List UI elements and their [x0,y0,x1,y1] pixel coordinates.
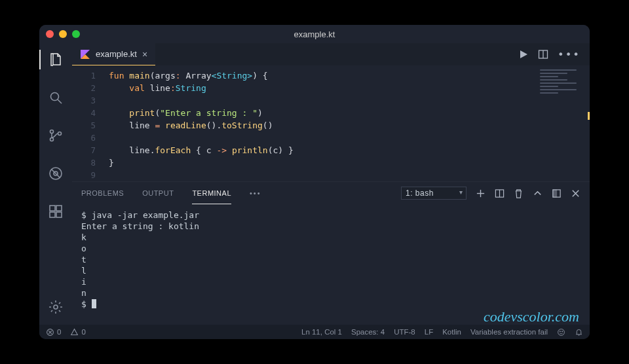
window-body: example.kt × ••• 1 2 3 4 5 6 7 [39,43,590,325]
tab-example-kt[interactable]: example.kt × [72,43,155,65]
code-token: fun [109,71,124,81]
line-number: 6 [72,132,96,144]
svg-marker-28 [71,329,78,335]
status-eol[interactable]: LF [425,328,433,336]
tab-problems[interactable]: PROBLEMS [81,182,124,204]
code-token: line [150,83,170,93]
terminal-line: $ java -jar example.jar [81,209,581,221]
status-errors[interactable]: 0 [46,328,61,337]
code-area[interactable]: fun main(args: Array<String>) { val line… [102,65,590,181]
code-token: = [150,120,165,130]
line-number: 8 [72,156,96,169]
status-message[interactable]: Variables extraction fail [470,328,548,336]
terminal-line: n [81,287,581,299]
svg-rect-8 [56,206,62,211]
status-encoding[interactable]: UTF-8 [394,328,415,336]
code-token: forEach [155,145,191,155]
source-control-icon[interactable] [39,123,72,148]
new-terminal-icon[interactable] [476,189,486,198]
line-number: 9 [72,169,96,181]
line-number: 2 [72,82,96,94]
code-token: : [170,83,176,93]
minimize-window-icon[interactable] [59,30,67,38]
code-token: String [176,83,206,93]
status-errors-count: 0 [57,328,61,336]
editor-more-icon[interactable]: ••• [558,48,581,61]
status-warnings[interactable]: 0 [70,328,85,337]
code-token: val [129,83,144,93]
terminal-line: l [81,265,581,276]
terminal-line: k [81,232,581,243]
activity-bar [39,43,72,325]
code-token: readLine [165,120,206,130]
svg-point-30 [560,331,560,331]
terminal-prompt: $ [81,299,92,309]
line-number: 1 [72,69,96,82]
terminal-output[interactable]: $ java -jar example.jarEnter a string : … [72,204,590,325]
extensions-icon[interactable] [39,199,72,224]
svg-rect-10 [56,212,62,217]
window-title: example.kt [294,29,335,39]
terminal-selector[interactable]: 1: bash [401,187,467,200]
search-icon[interactable] [39,85,72,110]
code-token: () [263,120,273,130]
titlebar: example.kt [39,25,590,43]
tab-close-icon[interactable]: × [142,50,147,59]
code-token: "Enter a string : " [160,108,257,118]
window-controls [46,30,80,38]
code-token [191,145,196,155]
split-terminal-icon[interactable] [495,189,505,198]
panel-actions: 1: bash [401,187,581,200]
bell-icon[interactable] [575,328,583,337]
tab-terminal[interactable]: TERMINAL [192,182,231,204]
overview-ruler-marker [588,112,590,120]
window: example.kt [39,25,590,339]
editor[interactable]: 1 2 3 4 5 6 7 8 9 fun main(args: Array<S… [72,65,590,181]
split-editor-icon[interactable] [538,49,548,60]
zoom-window-icon[interactable] [72,30,80,38]
code-token: } [283,145,294,155]
panel-tabs: PROBLEMS OUTPUT TERMINAL ••• 1: bash [72,182,590,204]
line-number: 5 [72,119,96,132]
terminal-line: i [81,276,581,287]
status-cursor[interactable]: Ln 11, Col 1 [301,328,342,336]
status-language[interactable]: Kotlin [442,328,461,336]
maximize-panel-icon[interactable] [552,189,562,198]
explorer-icon[interactable] [39,47,72,72]
code-token: -> [216,145,227,155]
svg-point-4 [58,132,62,136]
code-token: ( [268,145,273,155]
settings-icon[interactable] [39,295,72,319]
code-token: args [155,71,175,81]
svg-point-2 [50,130,54,134]
panel-more-icon[interactable]: ••• [250,182,261,204]
svg-point-0 [51,93,59,101]
close-window-icon[interactable] [46,30,54,38]
tab-output[interactable]: OUTPUT [142,182,174,204]
kill-terminal-icon[interactable] [514,189,524,198]
code-token: (). [206,120,221,130]
code-token: line [129,145,149,155]
debug-icon[interactable] [39,161,72,186]
code-token: print [129,108,155,118]
code-token [227,145,232,155]
bottom-panel: PROBLEMS OUTPUT TERMINAL ••• 1: bash $ j… [72,181,590,325]
kotlin-file-icon [80,49,90,60]
terminal-line: $ [81,299,581,310]
code-token: println [232,145,268,155]
close-panel-icon[interactable] [571,189,581,198]
code-token: main [129,71,149,81]
svg-rect-7 [50,206,55,211]
svg-rect-9 [50,212,55,217]
svg-point-11 [54,305,58,309]
svg-point-3 [50,138,54,141]
status-indent[interactable]: Spaces: 4 [351,328,385,336]
run-icon[interactable] [518,49,529,60]
svg-line-1 [58,100,62,103]
chevron-up-icon[interactable] [533,189,543,198]
feedback-icon[interactable] [557,328,565,337]
code-token: { [196,145,201,155]
code-token: ) [257,108,263,118]
watermark: codevscolor.com [484,311,579,322]
code-token: > [247,71,252,81]
